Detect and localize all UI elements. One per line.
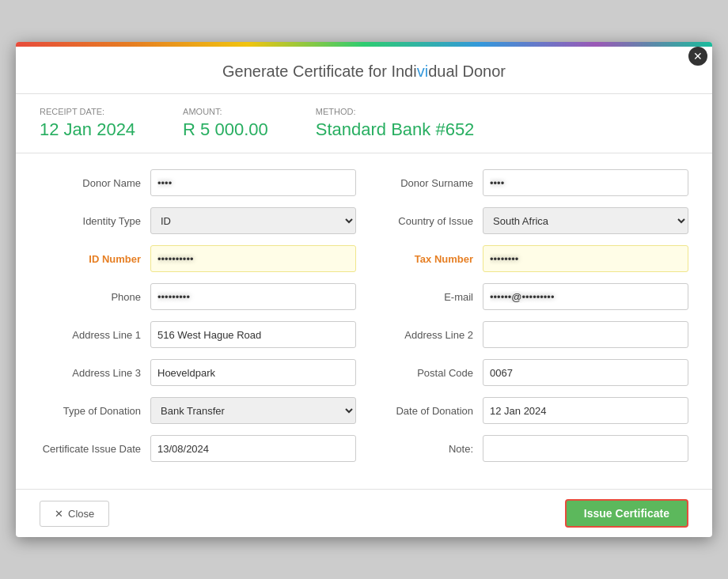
country-of-issue-select[interactable]: South Africa Other — [483, 207, 688, 234]
donor-name-input[interactable] — [150, 169, 356, 196]
title-part3: dual Donor — [428, 62, 506, 80]
address-line1-group: Address Line 1 — [40, 321, 356, 348]
modal-header: Generate Certificate for Individual Dono… — [16, 47, 712, 94]
form-row-donation: Type of Donation Bank Transfer Cash Cred… — [40, 397, 688, 424]
close-button-label: Close — [68, 508, 94, 520]
type-of-donation-group: Type of Donation Bank Transfer Cash Cred… — [40, 397, 356, 424]
email-label: E-mail — [372, 291, 483, 303]
form-row-identity: Identity Type ID Passport Other Country … — [40, 207, 688, 234]
donor-name-group: Donor Name — [40, 169, 356, 196]
form-body: Donor Name Donor Surname Identity Type I… — [16, 153, 712, 489]
phone-group: Phone — [40, 283, 356, 310]
type-of-donation-select[interactable]: Bank Transfer Cash Credit Card Other — [150, 397, 356, 424]
title-part2: vi — [417, 62, 428, 80]
address-line3-input[interactable] — [150, 359, 356, 386]
receipt-amount-value: R 5 000.00 — [183, 119, 268, 139]
address-line3-label: Address Line 3 — [40, 367, 150, 379]
title-part1: Generate Certificate for Indi — [222, 62, 417, 80]
receipt-amount-label: AMOUNT: — [183, 107, 268, 116]
address-line2-label: Address Line 2 — [372, 329, 483, 341]
note-group: Note: — [372, 435, 688, 462]
close-x-icon: ✕ — [55, 508, 63, 520]
date-of-donation-group: Date of Donation — [372, 397, 688, 424]
phone-input[interactable] — [150, 283, 356, 310]
postal-code-label: Postal Code — [372, 367, 483, 379]
receipt-info: RECEIPT DATE: 12 Jan 2024 AMOUNT: R 5 00… — [16, 94, 712, 153]
address-line2-input[interactable] — [483, 321, 688, 348]
id-number-input[interactable] — [150, 245, 356, 272]
phone-label: Phone — [40, 291, 150, 303]
form-row-cert: Certificate Issue Date Note: — [40, 435, 688, 462]
address-line1-input[interactable] — [150, 321, 356, 348]
identity-type-group: Identity Type ID Passport Other — [40, 207, 356, 234]
country-of-issue-group: Country of Issue South Africa Other — [372, 207, 688, 234]
receipt-date-label: RECEIPT DATE: — [40, 107, 135, 116]
receipt-date: RECEIPT DATE: 12 Jan 2024 — [40, 107, 135, 140]
donor-surname-label: Donor Surname — [372, 177, 483, 189]
date-of-donation-label: Date of Donation — [372, 405, 483, 417]
receipt-amount: AMOUNT: R 5 000.00 — [183, 107, 268, 140]
email-group: E-mail — [372, 283, 688, 310]
x-close-button[interactable]: ✕ — [688, 47, 707, 66]
tax-number-label: Tax Number — [372, 253, 483, 265]
donor-name-label: Donor Name — [40, 177, 150, 189]
note-label: Note: — [372, 443, 483, 455]
close-button[interactable]: ✕ Close — [40, 501, 109, 527]
cert-issue-date-group: Certificate Issue Date — [40, 435, 356, 462]
modal-footer: ✕ Close Issue Certificate — [16, 489, 712, 537]
issue-certificate-button[interactable]: Issue Certificate — [565, 499, 688, 528]
address-line3-group: Address Line 3 — [40, 359, 356, 386]
modal-overlay: ✕ Generate Certificate for Individual Do… — [0, 0, 728, 579]
note-input[interactable] — [483, 435, 688, 462]
email-input[interactable] — [483, 283, 688, 310]
form-row-address2: Address Line 3 Postal Code — [40, 359, 688, 386]
receipt-method-label: METHOD: — [316, 107, 475, 116]
country-of-issue-label: Country of Issue — [372, 215, 483, 227]
id-number-group: ID Number — [40, 245, 356, 272]
cert-issue-date-label: Certificate Issue Date — [40, 443, 150, 455]
postal-code-group: Postal Code — [372, 359, 688, 386]
form-row-address1: Address Line 1 Address Line 2 — [40, 321, 688, 348]
identity-type-select[interactable]: ID Passport Other — [150, 207, 356, 234]
modal-container: ✕ Generate Certificate for Individual Do… — [16, 42, 712, 537]
id-number-label: ID Number — [40, 253, 150, 265]
form-row-contact: Phone E-mail — [40, 283, 688, 310]
form-row-ids: ID Number Tax Number — [40, 245, 688, 272]
modal-title: Generate Certificate for Individual Dono… — [32, 62, 696, 81]
address-line2-group: Address Line 2 — [372, 321, 688, 348]
donor-surname-input[interactable] — [483, 169, 688, 196]
receipt-method-value: Standard Bank #652 — [316, 119, 475, 139]
receipt-method: METHOD: Standard Bank #652 — [316, 107, 475, 140]
identity-type-label: Identity Type — [40, 215, 150, 227]
tax-number-input[interactable] — [483, 245, 688, 272]
tax-number-group: Tax Number — [372, 245, 688, 272]
date-of-donation-input[interactable] — [483, 397, 688, 424]
postal-code-input[interactable] — [483, 359, 688, 386]
type-of-donation-label: Type of Donation — [40, 405, 150, 417]
donor-surname-group: Donor Surname — [372, 169, 688, 196]
address-line1-label: Address Line 1 — [40, 329, 150, 341]
form-row-names: Donor Name Donor Surname — [40, 169, 688, 196]
receipt-date-value: 12 Jan 2024 — [40, 119, 135, 139]
cert-issue-date-input[interactable] — [150, 435, 356, 462]
